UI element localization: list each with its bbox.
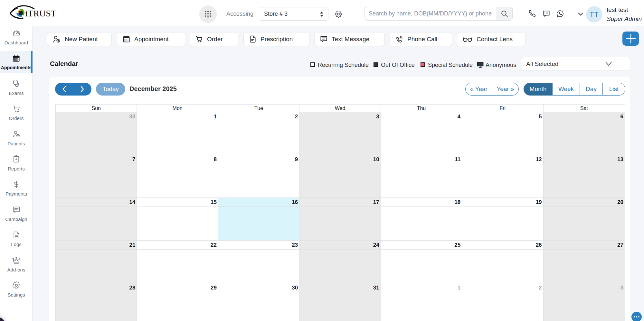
svg-text:iTRUST: iTRUST: [25, 8, 56, 18]
